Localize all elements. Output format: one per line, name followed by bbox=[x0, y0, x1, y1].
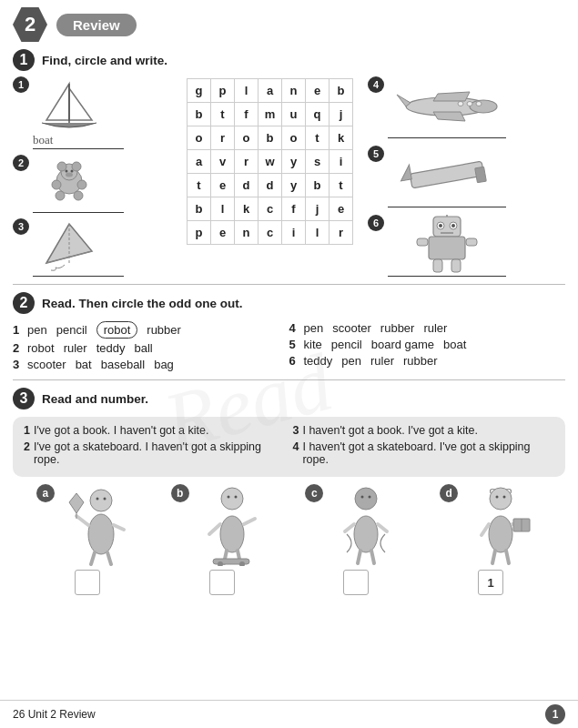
cell-0-1: p bbox=[211, 79, 235, 103]
svg-line-45 bbox=[91, 552, 95, 564]
cell-2-3: b bbox=[259, 126, 282, 150]
section1: 1 Find, circle and write. bbox=[0, 46, 578, 76]
page: Read 2 Review 1 Find, circle and write. … bbox=[0, 0, 578, 728]
sentences-right: 3 I haven't got a book. I've got a kite.… bbox=[293, 424, 555, 470]
sentence4-text: I haven't got a skateboard. I've got a s… bbox=[302, 440, 554, 466]
svg-point-69 bbox=[369, 496, 371, 499]
grid-row-6: p e n c i l r bbox=[188, 221, 353, 245]
grid-row-5: b l k c f j e bbox=[188, 197, 353, 221]
odd-word-5-2: pencil bbox=[331, 338, 362, 351]
grid-row-3: a v r w y s i bbox=[188, 150, 353, 174]
odd-word-2-4: ball bbox=[134, 341, 152, 355]
cell-0-2: l bbox=[235, 79, 259, 103]
item5-answer bbox=[388, 207, 506, 207]
section3: 3 Read and number. bbox=[0, 384, 578, 415]
item3-answer bbox=[33, 275, 124, 277]
cell-1-2: f bbox=[235, 103, 259, 126]
sentence1-text: I've got a book. I haven't got a kite. bbox=[34, 424, 208, 437]
child-a-box[interactable] bbox=[75, 570, 100, 595]
svg-marker-1 bbox=[69, 88, 92, 120]
cell-0-4: n bbox=[282, 79, 306, 103]
svg-line-66 bbox=[358, 551, 360, 563]
cell-6-2: n bbox=[235, 221, 259, 245]
svg-point-5 bbox=[57, 162, 66, 171]
child-a-label: a bbox=[36, 484, 55, 502]
svg-marker-21 bbox=[433, 112, 465, 121]
svg-rect-37 bbox=[417, 238, 428, 246]
grid-row-0: g p l a n e b bbox=[188, 79, 353, 103]
child-b-img bbox=[191, 484, 273, 566]
sentences-box: 1 I've got a book. I haven't got a kite.… bbox=[13, 417, 565, 477]
svg-point-63 bbox=[354, 516, 378, 552]
odd-word-2-1: robot bbox=[27, 341, 55, 355]
svg-point-51 bbox=[221, 488, 243, 510]
cell-6-0: p bbox=[188, 221, 211, 245]
odd-col-right: 4 pen scooter rubber ruler 5 kite pencil… bbox=[289, 321, 566, 374]
section3-instruction: Read and number. bbox=[42, 392, 148, 406]
odd-row4-num: 4 bbox=[289, 321, 299, 335]
section3-content: 1 I've got a book. I haven't got a kite.… bbox=[0, 415, 578, 597]
odd-row-1: 1 pen pencil robot rubber bbox=[13, 321, 289, 339]
cell-3-5: s bbox=[306, 150, 330, 174]
svg-line-53 bbox=[209, 524, 220, 534]
cell-2-5: t bbox=[306, 126, 330, 150]
odd-word-1-4: rubber bbox=[147, 323, 181, 337]
odd-row1-num: 1 bbox=[13, 323, 22, 337]
grid-row-2: o r o b o t k bbox=[188, 126, 353, 150]
unit-badge: 2 bbox=[13, 7, 47, 42]
svg-marker-20 bbox=[433, 92, 470, 101]
svg-line-64 bbox=[345, 524, 354, 531]
right-items-col: 4 bbox=[368, 76, 532, 277]
cell-1-4: u bbox=[282, 103, 306, 126]
svg-rect-39 bbox=[433, 259, 442, 272]
svg-point-8 bbox=[70, 170, 73, 173]
child-b-box[interactable] bbox=[209, 570, 235, 595]
svg-point-41 bbox=[90, 490, 112, 511]
footer-text: 26 Unit 2 Review bbox=[13, 708, 96, 721]
odd-word-6-1: teddy bbox=[304, 354, 333, 368]
sentence2-num: 2 bbox=[24, 440, 30, 466]
item2-img bbox=[33, 155, 106, 209]
item6-answer bbox=[388, 276, 506, 277]
cell-0-0: g bbox=[188, 79, 211, 103]
child-d: d bbox=[440, 484, 542, 595]
svg-point-6 bbox=[72, 162, 81, 171]
svg-point-13 bbox=[74, 191, 83, 200]
item1-num: 1 bbox=[13, 76, 29, 93]
children-row: a bbox=[13, 484, 565, 595]
cell-4-0: t bbox=[188, 174, 211, 197]
cell-2-6: k bbox=[330, 126, 353, 150]
svg-line-46 bbox=[107, 552, 111, 564]
odd-row-5: 5 kite pencil board game boat bbox=[289, 338, 566, 351]
cell-5-0: b bbox=[188, 197, 211, 221]
cell-0-5: e bbox=[306, 79, 330, 103]
svg-point-50 bbox=[103, 498, 106, 500]
section1-title: 1 Find, circle and write. bbox=[13, 49, 565, 71]
cell-0-3: a bbox=[259, 79, 282, 103]
cell-6-6: r bbox=[330, 221, 353, 245]
svg-point-12 bbox=[56, 191, 65, 200]
section1-instruction: Find, circle and write. bbox=[42, 54, 167, 67]
svg-point-10 bbox=[52, 180, 61, 189]
right-item-4: 4 bbox=[368, 76, 532, 138]
cell-2-1: r bbox=[211, 126, 235, 150]
item6-num: 6 bbox=[368, 215, 384, 231]
child-b: b bbox=[171, 484, 273, 595]
cell-1-1: t bbox=[211, 103, 235, 126]
cell-5-3: c bbox=[259, 197, 282, 221]
child-c-box[interactable] bbox=[343, 570, 369, 595]
child-a: a bbox=[36, 484, 138, 595]
odd-word-2-3: teddy bbox=[96, 341, 126, 355]
cell-2-0: o bbox=[188, 126, 211, 150]
section2-title: 2 Read. Then circle the odd one out. bbox=[13, 292, 565, 314]
cell-6-5: l bbox=[306, 221, 330, 245]
sentence3-text: I haven't got a book. I've got a kite. bbox=[302, 424, 477, 437]
svg-line-54 bbox=[244, 519, 255, 524]
svg-point-42 bbox=[88, 514, 114, 554]
child-d-box[interactable]: 1 bbox=[478, 570, 503, 595]
grid-row-1: b t f m u q j bbox=[188, 103, 353, 126]
cell-3-6: i bbox=[330, 150, 353, 174]
svg-point-60 bbox=[227, 496, 229, 499]
odd-word-1-1: pen bbox=[27, 323, 47, 337]
cell-4-3: d bbox=[259, 174, 282, 197]
